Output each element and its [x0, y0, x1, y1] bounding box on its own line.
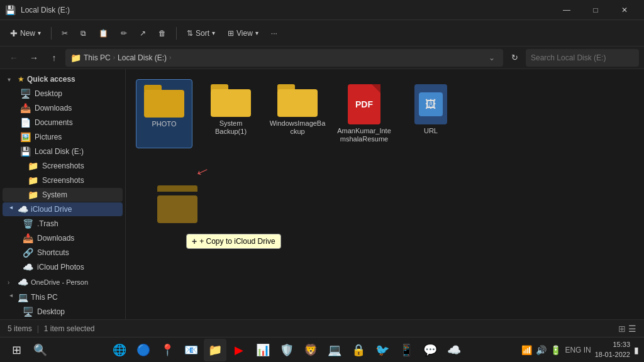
- up-button[interactable]: ↑: [45, 49, 63, 67]
- sidebar-item-icloud-photos[interactable]: ☁️ iCloud Photos: [3, 260, 123, 274]
- selected-count: 1 item selected: [44, 324, 95, 333]
- rename-button[interactable]: ✏: [116, 26, 132, 40]
- sidebar-item-desktop[interactable]: 🖥️ Desktop: [3, 87, 123, 101]
- taskbar-excel[interactable]: 📊: [252, 339, 274, 361]
- new-icon: ✚: [10, 28, 18, 38]
- taskbar-twitter[interactable]: 🐦: [371, 339, 394, 361]
- taskbar-youtube[interactable]: ▶: [228, 339, 250, 361]
- breadcrumb-bar[interactable]: 📁 This PC › Local Disk (E:) › ⌄: [65, 49, 503, 67]
- language-indicator[interactable]: ENG IN: [565, 346, 591, 354]
- url-file-icon: 🖼: [411, 84, 451, 124]
- sidebar-item-pc-desktop[interactable]: 🖥️ Desktop: [3, 305, 123, 319]
- list-view-icon[interactable]: ☰: [628, 324, 636, 334]
- thispc-label: This PC: [31, 293, 58, 302]
- taskbar-edge[interactable]: 🌐: [108, 339, 131, 361]
- sidebar-thispc-header[interactable]: ▾ 💻 This PC: [3, 290, 123, 304]
- url-icon-image: 🖼: [419, 92, 443, 116]
- clock[interactable]: 15:33 18-01-2022: [595, 340, 630, 359]
- pdf-label: AmanKumar_IntemshalaResume: [336, 127, 392, 143]
- trash-icon: 🗑️: [23, 219, 33, 229]
- more-button[interactable]: ···: [266, 26, 282, 40]
- view-toggle: ⊞ ☰: [618, 324, 636, 334]
- file-item-pdf[interactable]: AmanKumar_IntemshalaResume: [336, 79, 392, 148]
- rename-icon: ✏: [121, 29, 127, 38]
- taskbar-brave[interactable]: 🦁: [299, 339, 322, 361]
- sidebar-item-trash[interactable]: 🗑️ .Trash: [3, 217, 123, 231]
- cut-button[interactable]: ✂: [57, 26, 73, 40]
- volume-icon[interactable]: 🔊: [536, 345, 547, 355]
- taskbar-explorer[interactable]: 📁: [204, 339, 226, 361]
- paste-button[interactable]: 📋: [94, 26, 113, 40]
- taskbar-maps[interactable]: 📍: [156, 339, 179, 361]
- sort-button[interactable]: ⇅ Sort ▾: [182, 26, 220, 40]
- sidebar-item-screenshots-2[interactable]: 📁 Screenshots: [3, 173, 123, 187]
- breadcrumb-separator-2: ›: [169, 54, 171, 61]
- taskbar-shield[interactable]: 🛡️: [275, 339, 298, 361]
- copy-button[interactable]: ⧉: [75, 26, 91, 40]
- file-item-systembackup[interactable]: System Backup(1): [203, 79, 259, 148]
- share-button[interactable]: ↗: [135, 26, 151, 40]
- sidebar-item-downloads[interactable]: 📥 Downloads: [3, 101, 123, 115]
- taskbar-bit[interactable]: 💻: [323, 339, 346, 361]
- sidebar-icloud-header[interactable]: ▾ ☁️ iCloud Drive: [3, 202, 123, 216]
- network-icon[interactable]: 📶: [521, 345, 532, 355]
- taskbar-email[interactable]: 📧: [180, 339, 203, 361]
- view-label: View: [236, 29, 253, 38]
- taskbar-phone[interactable]: 📱: [395, 339, 418, 361]
- search-input[interactable]: [526, 49, 639, 67]
- content-area[interactable]: PHOTO System Backup(1) WindowsImageBacku…: [126, 69, 644, 319]
- maximize-button[interactable]: □: [581, 0, 610, 20]
- sort-icon: ⇅: [187, 29, 193, 38]
- windowsimage-folder-icon: [277, 84, 318, 117]
- search-button[interactable]: 🔍: [29, 339, 52, 361]
- battery-icon[interactable]: 🔋: [550, 345, 561, 355]
- title-bar-left: 💾 Local Disk (E:): [5, 5, 70, 15]
- sidebar-item-shortcuts[interactable]: 🔗 Shortcuts: [3, 246, 123, 260]
- start-button[interactable]: ⊞: [5, 339, 28, 361]
- taskbar-whatsapp[interactable]: 💬: [419, 339, 441, 361]
- taskbar-vpn[interactable]: 🔒: [347, 339, 370, 361]
- sort-label: Sort: [196, 29, 209, 38]
- taskbar-icloud[interactable]: ☁️: [443, 339, 465, 361]
- delete-button[interactable]: 🗑: [153, 26, 171, 40]
- url-label: URL: [424, 127, 438, 135]
- breadcrumb-this-pc[interactable]: This PC: [84, 53, 111, 62]
- drag-arrow: →: [191, 160, 215, 185]
- photo-folder-icon: [144, 85, 184, 118]
- tooltip-plus-icon: +: [192, 236, 197, 246]
- more-icon: ···: [271, 29, 277, 38]
- new-button[interactable]: ✚ New ▾: [5, 26, 46, 41]
- file-item-windowsimage[interactable]: WindowsImageBackup: [269, 79, 326, 148]
- sidebar-onedrive-header[interactable]: › ☁️ OneDrive - Person: [3, 275, 123, 290]
- refresh-button[interactable]: ↻: [506, 49, 523, 67]
- back-button[interactable]: ←: [5, 49, 23, 67]
- icloud-downloads-icon: 📥: [23, 233, 33, 243]
- forward-button[interactable]: →: [25, 49, 43, 67]
- sidebar-item-localdisk-e-qa[interactable]: 💾 Local Disk (E:): [3, 145, 123, 158]
- sidebar-quickaccess-header[interactable]: ▾ ★ Quick access: [3, 72, 123, 86]
- copy-to-icloud-tooltip: + + Copy to iCloud Drive: [186, 234, 281, 249]
- icloud-drive-label: iCloud Drive: [31, 205, 72, 214]
- sidebar-item-system[interactable]: 📁 System: [3, 188, 123, 202]
- documents-icon: 📄: [20, 118, 31, 128]
- close-button[interactable]: ✕: [610, 0, 639, 20]
- time-display: 15:33: [613, 341, 630, 348]
- breadcrumb-local-disk[interactable]: Local Disk (E:): [118, 53, 167, 62]
- minimize-button[interactable]: —: [552, 0, 581, 20]
- sidebar-item-icloud-downloads[interactable]: 📥 Downloads: [3, 231, 123, 245]
- file-item-photo[interactable]: PHOTO: [136, 79, 192, 148]
- show-desktop-icon[interactable]: ▮: [634, 345, 639, 355]
- sidebar-item-screenshots-1[interactable]: 📁 Screenshots: [3, 159, 123, 173]
- sidebar-item-pictures[interactable]: 🖼️ Pictures: [3, 130, 123, 144]
- window-title: Local Disk (E:): [21, 6, 70, 14]
- breadcrumb-expand-button[interactable]: ⌄: [486, 52, 498, 64]
- taskbar-chrome[interactable]: 🔵: [132, 339, 155, 361]
- toolbar-separator-1: [51, 27, 52, 40]
- file-item-url[interactable]: 🖼 URL: [402, 79, 459, 148]
- grid-view-icon[interactable]: ⊞: [618, 324, 626, 334]
- sidebar-item-documents[interactable]: 📄 Documents: [3, 116, 123, 129]
- new-chevron-icon: ▾: [38, 30, 41, 36]
- view-button[interactable]: ⊞ View ▾: [223, 26, 264, 40]
- pictures-icon: 🖼️: [20, 132, 31, 142]
- cut-icon: ✂: [62, 29, 68, 38]
